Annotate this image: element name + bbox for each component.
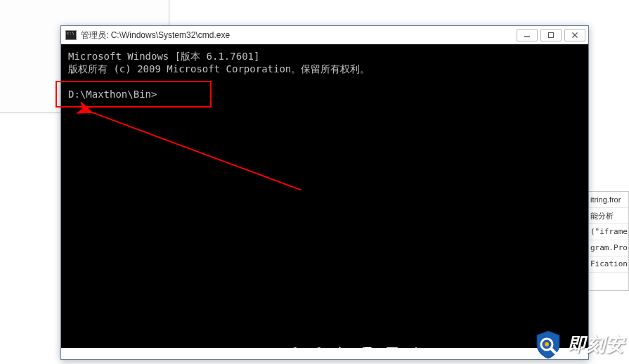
maximize-button[interactable] [540,29,562,41]
minimize-button[interactable] [517,29,538,41]
panel-row: itring.fror [589,192,628,208]
panel-row: 能分析 [589,208,628,224]
zoom-out-icon[interactable] [313,346,328,360]
svg-rect-16 [365,353,371,358]
svg-rect-7 [267,349,278,357]
window-title: 管理员: C:\Windows\System32\cmd.exe [81,30,512,41]
watermark: 即刻安 [533,329,625,360]
cmd-titlebar[interactable]: 管理员: C:\Windows\System32\cmd.exe [61,26,588,44]
rotate-icon[interactable] [337,346,351,360]
svg-line-4 [91,112,301,190]
svg-line-13 [322,354,325,358]
watermark-logo-icon [533,329,564,360]
share-icon[interactable] [409,346,423,360]
svg-rect-1 [549,33,554,38]
editor-toolbar: 1:1 [214,342,423,364]
cmd-icon [65,30,77,40]
zoom-in-icon[interactable] [290,346,304,360]
cmd-output-area[interactable]: Microsoft Windows [版本 6.1.7601] 版权所有 (c)… [61,44,588,348]
svg-line-9 [298,354,301,358]
cmd-window: 管理员: C:\Windows\System32\cmd.exe Microso… [60,25,589,360]
panel-row: Fication, [589,256,628,273]
bookmark-icon[interactable] [385,346,399,360]
svg-rect-15 [365,348,370,351]
svg-rect-6 [245,351,252,355]
fit-screen-icon[interactable] [266,346,280,360]
cmd-prompt: D:\Maxthon\Bin> [68,89,157,100]
window-controls [517,29,585,41]
cmd-line: Microsoft Windows [版本 6.1.7601] [68,51,259,62]
right-side-panel: itring.fror 能分析 ("iframe gram.Pro Ficati… [588,191,629,291]
save-icon[interactable] [361,346,375,360]
svg-marker-18 [389,350,396,356]
cmd-line: 版权所有 (c) 2009 Microsoft Corporation。保留所有… [68,63,370,74]
watermark-text: 即刻安 [568,332,625,357]
panel-row: ("iframe [589,224,628,240]
svg-point-20 [545,342,549,346]
actual-size-icon[interactable] [242,346,256,360]
panel-row: gram.Pro [589,240,628,256]
close-button[interactable] [564,29,585,41]
zoom-ratio: 1:1 [214,348,232,358]
